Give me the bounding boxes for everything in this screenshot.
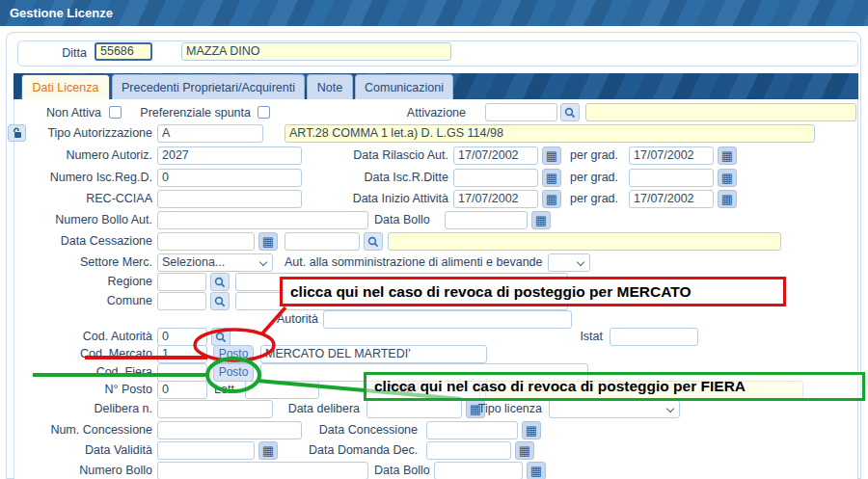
cod-autorita-search-button[interactable]	[211, 328, 231, 346]
per-grad-rilascio-calendar-button[interactable]: ▦	[718, 146, 737, 165]
data-domanda-field[interactable]	[426, 441, 511, 460]
ditta-code-field[interactable]: 55686	[95, 42, 152, 61]
data-bollo-field[interactable]	[434, 462, 523, 479]
comune-search-button[interactable]	[210, 292, 230, 310]
settore-merc-value: Seleziona...	[162, 255, 225, 269]
data-cessazione-label: Data Cessazione	[19, 234, 152, 249]
istat-field[interactable]	[610, 328, 698, 346]
settore-merc-select[interactable]: Seleziona...	[157, 253, 273, 272]
attivazione-field[interactable]	[485, 103, 557, 121]
mercato-desc-field[interactable]: MERCATO DEL MARTEDI'	[260, 345, 487, 363]
numero-bollo-field[interactable]	[157, 462, 368, 479]
cod-autorita-field[interactable]: 0	[157, 328, 207, 346]
autorita-field[interactable]	[323, 310, 572, 329]
search-icon	[367, 236, 379, 248]
data-cessazione-field[interactable]	[157, 232, 255, 251]
annotation-text-fiera: clicca qui nel caso di revoca di postegg…	[374, 378, 746, 395]
per-grad-isc-field[interactable]	[629, 169, 714, 187]
tipo-autorizzazione-label: Tipo Autorizzazione	[19, 126, 152, 141]
per-grad-label-2: per grad.	[570, 171, 623, 185]
cod-autorita-label: Cod. Autorità	[19, 330, 152, 344]
attivazione-label: Attivazione	[386, 106, 466, 120]
cessazione-desc-field[interactable]	[388, 232, 781, 251]
regione-search-button[interactable]	[210, 273, 230, 291]
tipo-licenza-select[interactable]	[549, 400, 680, 418]
data-concessione-calendar-button[interactable]: ▦	[522, 421, 541, 439]
cessazione-search-button[interactable]	[364, 232, 383, 251]
annotation-text-mercato: clicca qui nel caso di revoca di postegg…	[290, 283, 691, 301]
delibera-label: Delibera n.	[19, 402, 152, 416]
n-posto-field[interactable]: 0	[157, 381, 207, 399]
calendar-icon: ▦	[530, 464, 542, 479]
data-inizio-calendar-button[interactable]: ▦	[542, 190, 561, 208]
data-validita-calendar-button[interactable]: ▦	[258, 441, 278, 460]
num-concessione-field[interactable]	[157, 421, 302, 439]
data-delibera-field[interactable]	[366, 400, 462, 418]
cod-fiera-field[interactable]	[157, 363, 207, 382]
search-icon	[564, 107, 576, 119]
data-isc-field[interactable]	[453, 169, 538, 187]
autorita-label: Autorità	[260, 312, 318, 327]
preferenziale-checkbox[interactable]	[258, 106, 270, 119]
delibera-field[interactable]	[157, 400, 273, 418]
tab-note[interactable]: Note	[307, 74, 353, 99]
tipo-autorizzazione-desc-field[interactable]: ART.28 COMMA 1 let.a) D. L.GS 114/98	[285, 124, 815, 143]
numero-autoriz-field[interactable]: 2027	[157, 146, 302, 165]
per-grad-label-3: per grad.	[570, 192, 623, 206]
data-isc-label: Data Isc.R.Ditte	[333, 171, 448, 185]
non-attiva-label: Non Attiva	[19, 106, 101, 120]
ditta-name-field[interactable]: MAZZA DINO	[181, 42, 451, 61]
per-grad-inizio-field[interactable]: 17/07/2002	[629, 190, 714, 208]
data-inizio-field[interactable]: 17/07/2002	[453, 190, 538, 208]
calendar-icon: ▦	[546, 192, 557, 207]
chevron-down-icon	[666, 405, 674, 412]
annotation-box-fiera: clicca qui nel caso di revoca di postegg…	[364, 372, 865, 401]
attivazione-desc-field[interactable]	[585, 103, 856, 121]
numero-bollo-aut-label: Numero Bollo Aut.	[19, 213, 152, 227]
data-rilascio-label: Data Rilascio Aut.	[333, 148, 448, 163]
numero-bollo-label: Numero Bollo	[19, 464, 152, 478]
annotation-box-mercato: clicca qui nel caso di revoca di postegg…	[280, 277, 786, 306]
tab-comunicazioni[interactable]: Comunicazioni	[355, 74, 453, 99]
tab-precedenti-proprietari[interactable]: Precedenti Proprietari/Acquirenti	[112, 74, 305, 99]
regione-code-field[interactable]	[157, 273, 206, 291]
data-rilascio-field[interactable]: 17/07/2002	[453, 146, 538, 165]
non-attiva-checkbox[interactable]	[109, 106, 122, 119]
cod-mercato-field[interactable]: 1	[157, 345, 207, 363]
numero-isc-label: Numero Isc.Reg.D.	[19, 171, 152, 185]
rec-cciaa-field[interactable]	[157, 190, 302, 208]
search-icon	[214, 296, 226, 307]
data-domanda-calendar-button[interactable]: ▦	[515, 441, 534, 460]
calendar-icon: ▦	[535, 213, 547, 228]
lett-field[interactable]	[245, 381, 319, 399]
tipo-autorizzazione-field[interactable]: A	[157, 124, 263, 143]
data-bollo-aut-calendar-button[interactable]: ▦	[531, 211, 551, 229]
numero-bollo-aut-field[interactable]	[157, 211, 368, 229]
per-grad-isc-calendar-button[interactable]: ▦	[718, 169, 737, 187]
data-rilascio-calendar-button[interactable]: ▦	[542, 146, 561, 165]
per-grad-rilascio-field[interactable]: 17/07/2002	[629, 146, 714, 165]
calendar-icon: ▦	[546, 171, 557, 186]
chevron-down-icon	[577, 258, 584, 266]
posto-fiera-button[interactable]: Posto	[213, 363, 254, 382]
data-inizio-label: Data Inizio Attività	[333, 192, 448, 206]
data-bollo-calendar-button[interactable]: ▦	[527, 462, 546, 479]
search-icon	[214, 277, 226, 288]
data-concessione-label: Data Concessione	[318, 423, 418, 438]
cessazione-code-field[interactable]	[285, 232, 360, 251]
somministrazione-select[interactable]	[548, 253, 590, 272]
per-grad-inizio-calendar-button[interactable]: ▦	[718, 190, 737, 208]
posto-mercato-button[interactable]: Posto	[213, 345, 254, 363]
tab-dati-licenza[interactable]: Dati Licenza	[21, 74, 110, 99]
regione-label: Regione	[19, 275, 152, 289]
chevron-down-icon	[259, 258, 267, 266]
data-cessazione-calendar-button[interactable]: ▦	[258, 232, 278, 251]
data-validita-field[interactable]	[157, 441, 255, 460]
numero-isc-field[interactable]: 0	[157, 169, 302, 187]
data-isc-calendar-button[interactable]: ▦	[542, 169, 561, 187]
comune-code-field[interactable]	[157, 292, 206, 310]
data-bollo-aut-field[interactable]	[445, 211, 528, 229]
attivazione-search-button[interactable]	[560, 103, 580, 121]
data-validita-label: Data Validità	[19, 443, 152, 458]
data-concessione-field[interactable]	[426, 421, 518, 439]
